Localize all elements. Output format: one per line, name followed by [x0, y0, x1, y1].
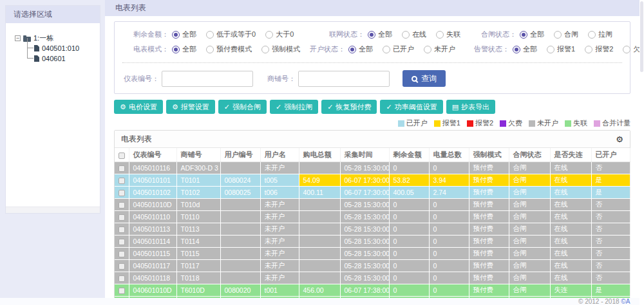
column-header[interactable]: 购电总额 — [299, 148, 340, 162]
radio-option-meter-mode[interactable]: 强制模式 — [261, 44, 300, 54]
filter-group-alarm-status: 告警状态：全部报警1报警2欠费 — [463, 44, 639, 54]
radio-icon — [402, 31, 410, 39]
meter-no-input[interactable] — [162, 71, 253, 87]
price-setting-button[interactable]: ⚙电价设置 — [114, 100, 163, 114]
table-cell: 0405010110 — [129, 211, 176, 223]
row-checkbox[interactable] — [118, 275, 125, 282]
force-close-button[interactable]: ✓强制合闸 — [218, 100, 267, 114]
radio-option-account-status[interactable]: 已开户 — [383, 44, 414, 54]
column-header[interactable]: 用户名 — [260, 148, 299, 162]
table-cell: 0 — [429, 260, 469, 272]
table-row[interactable]: 0405010110T0110未开户05-28 15:30:0000预付费合闸在… — [115, 211, 630, 223]
meter-export-button[interactable]: ▤抄表导出 — [446, 100, 495, 114]
table-row[interactable]: 040501010DT010d未开户05-28 15:30:0000预付费合闸在… — [115, 199, 630, 211]
legend-swatch — [467, 120, 473, 127]
table-row[interactable]: 0405010101T01010080024t00554.0906-07 17:… — [115, 174, 630, 187]
search-button[interactable]: 查询 — [402, 70, 446, 87]
radio-option-remaining-amount[interactable]: 大于0 — [265, 30, 294, 39]
radio-icon — [206, 31, 214, 39]
select-all-checkbox[interactable] — [118, 152, 125, 159]
copyright-link[interactable]: ©A — [621, 298, 630, 305]
row-checkbox[interactable] — [118, 214, 125, 221]
table-cell — [299, 162, 340, 174]
table-cell: 否 — [591, 199, 630, 211]
radio-option-remaining-amount[interactable]: 全部 — [172, 30, 196, 39]
row-checkbox[interactable] — [118, 251, 125, 257]
radio-option-switch-status[interactable]: 全部 — [520, 30, 544, 39]
radio-label: 全部 — [523, 44, 537, 54]
alarm-setting-button[interactable]: ⚙报警设置 — [166, 100, 215, 114]
table-cell: 否 — [591, 272, 630, 284]
row-checkbox[interactable] — [118, 226, 125, 233]
row-checkbox[interactable] — [118, 190, 125, 196]
row-checkbox[interactable] — [118, 288, 125, 294]
sidebar-scrollbar[interactable] — [6, 207, 100, 213]
tree-node[interactable]: 040501:010 — [26, 43, 100, 53]
table-row[interactable]: 0405010102T01020080025t006400.1106-07 17… — [115, 187, 630, 199]
restore-prepaid-button[interactable]: ✓恢复预付费 — [321, 100, 377, 114]
radio-option-network-status[interactable]: 在线 — [402, 30, 426, 39]
radio-option-account-status[interactable]: 全部 — [348, 44, 373, 54]
table-cell: t001 — [260, 284, 299, 297]
table-row[interactable]: 0405010115T0115未开户05-28 15:30:0000预付费合闸在… — [115, 248, 630, 260]
radio-option-network-status[interactable]: 失联 — [436, 30, 460, 39]
column-header[interactable]: 剩余金额 — [389, 148, 429, 162]
table-cell: 预付费 — [469, 187, 509, 199]
radio-option-alarm-status[interactable]: 全部 — [513, 44, 537, 54]
row-checkbox[interactable] — [118, 178, 125, 184]
power-threshold-button[interactable]: ✓功率阈值设置 — [380, 100, 442, 114]
radio-option-alarm-status[interactable]: 报警1 — [547, 44, 575, 54]
tree-node[interactable]: 040601 — [26, 53, 100, 64]
radio-label: 欠费 — [633, 44, 639, 54]
column-header[interactable]: 是否失连 — [550, 148, 591, 162]
column-header[interactable]: 已开户 — [591, 148, 630, 162]
column-header[interactable]: 用户编号 — [220, 148, 260, 162]
column-header[interactable]: 合闸状态 — [509, 148, 550, 162]
radio-option-network-status[interactable]: 全部 — [368, 30, 392, 39]
table-row[interactable]: 0405010116ADF300-D 3未开户05-28 15:30:0000预… — [115, 162, 630, 174]
table-cell: 05-28 15:30:00 — [340, 199, 389, 211]
row-checkbox[interactable] — [118, 202, 125, 208]
radio-option-account-status[interactable]: 未开户 — [424, 44, 455, 54]
table-cell: 预付费 — [469, 272, 509, 284]
row-checkbox[interactable] — [118, 165, 125, 172]
table-row[interactable]: 0405010113T0113未开户05-28 15:30:0000预付费合闸在… — [115, 223, 630, 236]
column-header[interactable]: 电量总数 — [429, 148, 469, 162]
table-cell: 0 — [389, 284, 429, 297]
radio-icon — [513, 46, 520, 53]
row-checkbox[interactable] — [118, 239, 125, 245]
page-scrollbar[interactable] — [639, 0, 644, 305]
copyright-text: © 2012 - 2018 ©A — [578, 298, 630, 305]
shop-no-input[interactable] — [298, 71, 390, 87]
table-cell: 未开户 — [260, 248, 299, 260]
table-cell — [220, 211, 260, 223]
radio-option-switch-status[interactable]: 合闸 — [554, 30, 578, 39]
radio-label: 报警2 — [595, 44, 613, 54]
table-row[interactable]: 0405010114T0114未开户05-28 15:30:0000预付费合闸在… — [115, 236, 630, 248]
row-checkbox[interactable] — [118, 263, 125, 270]
radio-option-switch-status[interactable]: 拉闸 — [588, 30, 612, 39]
table-cell: 400.05 — [389, 187, 429, 199]
tree-collapse-icon[interactable]: − — [15, 35, 21, 41]
table-cell — [220, 236, 260, 248]
table-cell: 预付费 — [469, 236, 509, 248]
table-row[interactable]: 0405010117T0117未开户05-28 15:30:0000预付费合闸在… — [115, 260, 630, 272]
table-cell: 0 — [429, 211, 469, 223]
table-cell: 05-28 15:30:00 — [340, 260, 389, 272]
column-header[interactable]: 采集时间 — [340, 148, 389, 162]
force-trip-button[interactable]: ✓强制拉闸 — [270, 100, 318, 114]
table-row[interactable]: 040601010DT6010D0080020t001456.0006-07 1… — [115, 284, 630, 297]
table-settings-icon[interactable]: ⚙ — [616, 135, 623, 143]
table-cell: 否 — [591, 162, 630, 174]
radio-option-meter-mode[interactable]: 全部 — [172, 44, 196, 54]
radio-option-alarm-status[interactable]: 报警2 — [585, 44, 613, 54]
column-header[interactable]: 强制模式 — [469, 148, 509, 162]
scrollbar-thumb[interactable] — [640, 1, 643, 72]
radio-option-meter-mode[interactable]: 预付费模式 — [206, 44, 252, 54]
gear-icon: ⚙ — [172, 104, 178, 111]
column-header[interactable]: 商铺号 — [176, 148, 220, 162]
radio-option-remaining-amount[interactable]: 低于或等于0 — [206, 30, 256, 39]
radio-option-alarm-status[interactable]: 欠费 — [623, 44, 639, 54]
column-header[interactable]: 仪表编号 — [129, 148, 176, 162]
table-row[interactable]: 0405010118T0118未开户05-28 15:30:0000预付费合闸在… — [115, 272, 630, 284]
